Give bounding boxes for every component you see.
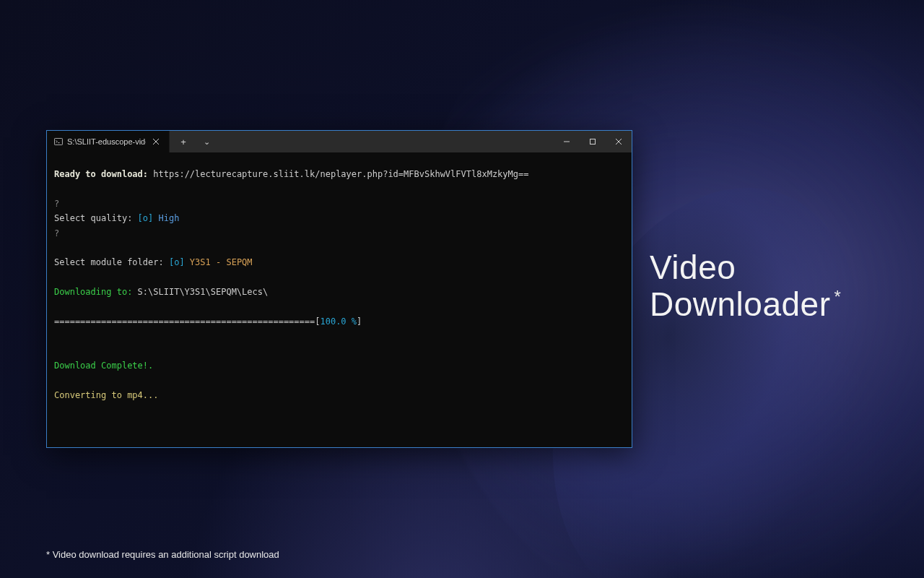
tab-title: S:\SLIIT-eduscope-video-downl bbox=[67, 137, 146, 146]
terminal-icon bbox=[54, 138, 63, 145]
titlebar[interactable]: S:\SLIIT-eduscope-video-downl + ⌄ bbox=[47, 131, 632, 152]
quality-label: Select quality: bbox=[54, 213, 138, 223]
downloading-path: S:\SLIIT\Y3S1\SEPQM\Lecs\ bbox=[138, 287, 269, 297]
tab-dropdown-button[interactable]: ⌄ bbox=[196, 131, 217, 152]
quality-value: High bbox=[153, 213, 179, 223]
terminal-output[interactable]: Ready to download: https://lecturecaptur… bbox=[47, 152, 632, 447]
headline-line2: Downloader bbox=[650, 285, 830, 323]
asterisk-icon: * bbox=[834, 287, 841, 306]
download-complete: Download Complete!. bbox=[54, 361, 153, 371]
prompt: ? bbox=[54, 199, 59, 209]
svg-rect-3 bbox=[590, 139, 596, 144]
minimize-button[interactable] bbox=[554, 131, 580, 152]
new-tab-button[interactable]: + bbox=[173, 131, 194, 152]
module-label: Select module folder: bbox=[54, 257, 169, 267]
progress-bar: ========================================… bbox=[54, 316, 320, 327]
download-url: https://lecturecapture.sliit.lk/neplayer… bbox=[153, 169, 528, 179]
prompt: ? bbox=[54, 228, 59, 238]
close-button[interactable] bbox=[606, 131, 632, 152]
svg-rect-0 bbox=[55, 138, 63, 144]
terminal-window: S:\SLIIT-eduscope-video-downl + ⌄ Ready … bbox=[46, 130, 632, 448]
footnote: * Video download requires an additional … bbox=[46, 549, 279, 560]
progress-percent: 100.0 % bbox=[320, 316, 357, 327]
headline-line1: Video bbox=[650, 249, 837, 286]
module-value: Y3S1 - SEPQM bbox=[185, 257, 253, 267]
maximize-button[interactable] bbox=[580, 131, 606, 152]
feature-headline: Video Downloader* bbox=[650, 249, 837, 322]
downloading-label: Downloading to: bbox=[54, 287, 138, 297]
terminal-tab[interactable]: S:\SLIIT-eduscope-video-downl bbox=[47, 131, 170, 152]
tab-close-button[interactable] bbox=[150, 136, 162, 147]
ready-label: Ready to download: bbox=[54, 169, 153, 179]
progress-bar-end: ] bbox=[357, 316, 362, 327]
module-option: [o] bbox=[169, 257, 185, 267]
quality-option: [o] bbox=[138, 213, 154, 223]
converting-status: Converting to mp4... bbox=[54, 390, 159, 400]
